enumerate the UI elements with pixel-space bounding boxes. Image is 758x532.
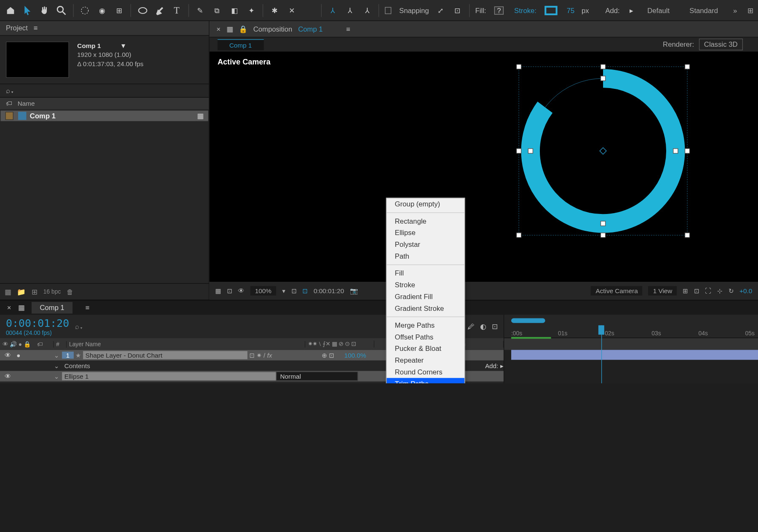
menu-item-offset-paths[interactable]: Offset Paths bbox=[387, 331, 464, 343]
snap-opts2-icon[interactable]: ⊡ bbox=[452, 4, 463, 17]
add-contents-icon[interactable]: ▸ bbox=[500, 362, 504, 369]
brush-tool-icon[interactable]: ✎ bbox=[195, 4, 206, 17]
workspace-standard[interactable]: Standard bbox=[685, 5, 723, 16]
menu-item-gradient-fill[interactable]: Gradient Fill bbox=[387, 291, 464, 302]
timeline-tab[interactable]: Comp 1 bbox=[32, 302, 72, 314]
frame-fps[interactable]: 00044 (24.00 fps) bbox=[6, 329, 69, 336]
trash-icon[interactable]: 🗑 bbox=[67, 288, 74, 296]
transparency-icon[interactable]: ⊡ bbox=[302, 287, 308, 294]
menu-item-gradient-stroke[interactable]: Gradient Stroke bbox=[387, 302, 464, 314]
comp-thumbnail[interactable] bbox=[6, 42, 69, 78]
snap-opts-icon[interactable]: ⤢ bbox=[435, 4, 446, 17]
menu-item-fill[interactable]: Fill bbox=[387, 267, 464, 279]
menu-item-rectangle[interactable]: Rectangle bbox=[387, 215, 464, 227]
eraser-tool-icon[interactable]: ◧ bbox=[229, 4, 240, 17]
ellipse-tool-icon[interactable] bbox=[137, 4, 148, 17]
rotation-tool-icon[interactable]: ◉ bbox=[96, 4, 108, 17]
type-tool-icon[interactable]: T bbox=[171, 4, 182, 17]
home-icon[interactable] bbox=[5, 4, 16, 17]
lock-panel-icon[interactable]: 🔒 bbox=[239, 25, 248, 33]
item-label-swatch[interactable] bbox=[5, 112, 13, 120]
composition-viewport[interactable]: Active Camera bbox=[209, 51, 758, 282]
ellipse-blend-mode[interactable]: Normal bbox=[276, 372, 358, 381]
tag-column-icon[interactable]: 🏷 bbox=[6, 100, 18, 107]
zoom-tool-icon[interactable] bbox=[56, 4, 67, 17]
current-timecode[interactable]: 0:00:01:20 bbox=[6, 317, 69, 329]
vis-columns[interactable]: 👁 🔊 ● 🔒 🏷 bbox=[0, 341, 54, 347]
menu-item-ellipse[interactable]: Ellipse bbox=[387, 227, 464, 239]
new-comp-icon[interactable]: ⊞ bbox=[32, 288, 37, 296]
pin-tool-icon[interactable]: ✕ bbox=[286, 4, 298, 17]
stroke-width[interactable]: 75 bbox=[567, 6, 575, 14]
pen-tool-icon[interactable] bbox=[154, 4, 165, 17]
project-tab[interactable]: Project ≡ bbox=[0, 21, 209, 36]
view-opt1-icon[interactable]: ⊞ bbox=[683, 287, 688, 294]
panel-menu-icon[interactable]: ≡ bbox=[34, 24, 38, 32]
stroke-swatch[interactable] bbox=[544, 5, 557, 15]
menu-item-polystar[interactable]: Polystar bbox=[387, 239, 464, 251]
hash-column[interactable]: # bbox=[54, 341, 67, 347]
exposure-value[interactable]: +0.0 bbox=[739, 287, 752, 294]
name-column-header[interactable]: Name bbox=[18, 100, 35, 107]
twirl-layer-icon[interactable]: ⌄ bbox=[54, 351, 62, 359]
menu-item-group-empty-[interactable]: Group (empty) bbox=[387, 198, 464, 210]
bpc-toggle[interactable]: 16 bpc bbox=[43, 289, 61, 295]
grid-icon[interactable]: ⊡ bbox=[227, 287, 232, 294]
close-tab-icon[interactable]: × bbox=[216, 25, 221, 33]
view-axis-icon[interactable]: ⅄ bbox=[361, 4, 373, 17]
switches-column[interactable]: ✷✷ ⧵ ⨍✕ ▦ ⊘ ⊙ ⊡ bbox=[305, 340, 374, 348]
stroke-label[interactable]: Stroke: bbox=[514, 6, 536, 14]
work-area-bar[interactable] bbox=[511, 318, 545, 323]
tl-icon-4[interactable]: 🖉 bbox=[467, 322, 475, 330]
time-display[interactable]: 0:00:01:20 bbox=[314, 287, 344, 294]
tl-icon-5[interactable]: ◐ bbox=[480, 322, 486, 330]
layer-name[interactable]: Shape Layer - Donut Chart bbox=[83, 351, 247, 359]
menu-item-merge-paths[interactable]: Merge Paths bbox=[387, 319, 464, 331]
snapshot-icon[interactable]: 📷 bbox=[350, 287, 358, 294]
camera-tool-icon[interactable]: ⊞ bbox=[113, 4, 125, 17]
refresh-icon[interactable]: ↻ bbox=[729, 287, 734, 294]
mask-icon[interactable]: 👁 bbox=[238, 287, 244, 294]
tl-icon-6[interactable]: ⊡ bbox=[492, 322, 498, 330]
timeline-search[interactable]: ⌕▾ bbox=[75, 322, 83, 330]
interpret-icon[interactable]: ▦ bbox=[5, 288, 11, 296]
renderer-dropdown[interactable]: Classic 3D bbox=[699, 39, 743, 51]
workspace-default[interactable]: Default bbox=[643, 5, 674, 16]
add-shape-icon[interactable]: ▸ bbox=[626, 4, 637, 17]
selection-tool-icon[interactable] bbox=[22, 4, 33, 17]
camera-select[interactable]: Active Camera bbox=[591, 286, 642, 295]
layer-duration-bar[interactable] bbox=[511, 350, 758, 360]
roto-tool-icon[interactable]: ✦ bbox=[246, 4, 257, 17]
menu-item-trim-paths[interactable]: Trim Paths bbox=[387, 378, 464, 383]
timeline-tracks[interactable]: :00s 01s 02s 03s 04s 05s ◂ ▸ bbox=[504, 315, 758, 383]
donut-shape[interactable] bbox=[516, 64, 689, 238]
playhead-line[interactable] bbox=[601, 325, 602, 383]
panel-menu-icon[interactable]: ≡ bbox=[346, 25, 350, 33]
orbit-tool-icon[interactable] bbox=[79, 4, 91, 17]
menu-item-path[interactable]: Path bbox=[387, 250, 464, 262]
menu-item-repeater[interactable]: Repeater bbox=[387, 355, 464, 366]
local-axis-icon[interactable]: ⅄ bbox=[327, 4, 339, 17]
hand-tool-icon[interactable] bbox=[39, 4, 50, 17]
magnification-icon[interactable]: ▦ bbox=[215, 287, 221, 294]
menu-item-round-corners[interactable]: Round Corners bbox=[387, 366, 464, 378]
workspace-more-icon[interactable]: » bbox=[733, 6, 737, 14]
comp-name-dropdown-icon[interactable]: ▼ bbox=[120, 42, 126, 49]
project-item-comp1[interactable]: Comp 1 ▦ bbox=[0, 111, 208, 121]
puppet-tool-icon[interactable]: ✱ bbox=[269, 4, 280, 17]
project-search[interactable]: ⌕▾ bbox=[0, 84, 209, 98]
roi-icon[interactable]: ⊡ bbox=[291, 287, 297, 294]
menu-item-pucker-bloat[interactable]: Pucker & Bloat bbox=[387, 343, 464, 355]
fill-swatch[interactable]: ? bbox=[494, 6, 504, 14]
world-axis-icon[interactable]: ⅄ bbox=[344, 4, 356, 17]
timeline-menu-icon[interactable]: ≡ bbox=[85, 304, 90, 312]
view-opt2-icon[interactable]: ⊡ bbox=[694, 287, 699, 294]
workspace-settings-icon[interactable]: ⊞ bbox=[747, 6, 753, 14]
snapping-checkbox[interactable] bbox=[385, 7, 391, 14]
comp-flow-tab[interactable]: Comp 1 bbox=[218, 39, 264, 50]
view-layout[interactable]: 1 View bbox=[649, 286, 677, 295]
zoom-dropdown[interactable]: 100% bbox=[250, 286, 276, 295]
view-opt4-icon[interactable]: ⊹ bbox=[717, 287, 723, 294]
layer-name-column[interactable]: Layer Name bbox=[67, 341, 305, 347]
close-timeline-tab-icon[interactable]: × bbox=[7, 304, 11, 312]
